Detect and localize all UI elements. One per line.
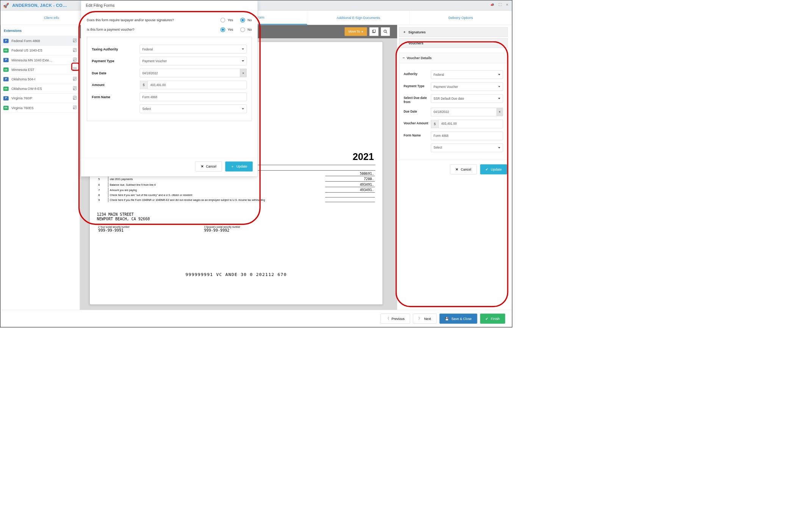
finish-button[interactable]: ✔ Finish: [480, 314, 505, 324]
q1-yes-radio[interactable]: Yes: [221, 18, 233, 23]
m-amount-label: Amount: [92, 83, 139, 87]
sidebar-item[interactable]: POklahoma 504-I: [0, 74, 80, 84]
check-icon: ✔: [485, 168, 488, 171]
es-badge-icon: ES: [3, 67, 9, 72]
rocket-icon: 🚀: [3, 3, 9, 8]
m-clear-date-icon[interactable]: ×: [240, 69, 247, 77]
sidebar-item-label: Minnesota EST: [11, 67, 73, 71]
q1-no-radio[interactable]: No: [240, 18, 252, 23]
edit-icon[interactable]: [73, 39, 77, 43]
svg-rect-7: [73, 106, 77, 109]
sidebar-item[interactable]: ESVirginia 760ES: [0, 103, 80, 113]
edit-icon[interactable]: [73, 96, 77, 100]
m-due-date-input[interactable]: [140, 69, 240, 77]
previous-button[interactable]: 〈 Previous: [380, 314, 410, 324]
edit-icon[interactable]: [73, 105, 77, 110]
svg-rect-1: [73, 48, 77, 52]
sidebar-item[interactable]: PMinnesota MN 1040 Exte…: [0, 55, 80, 65]
sidebar-item-label: Federal Form 4868: [11, 39, 73, 43]
es-badge-icon: ES: [3, 106, 9, 110]
svg-point-10: [384, 30, 386, 32]
payment-type-select[interactable]: Payment Voucher: [431, 82, 503, 91]
edit-icon[interactable]: [73, 58, 77, 62]
svg-rect-2: [73, 58, 77, 61]
related-select[interactable]: Select: [431, 143, 503, 152]
authority-select[interactable]: Federal: [431, 71, 503, 79]
amount-label: Voucher Amount: [404, 119, 431, 125]
sidebar-item-label: Federal US 1040-ES: [11, 49, 73, 52]
svg-rect-4: [73, 77, 77, 80]
minus-icon: －: [403, 41, 406, 45]
check-icon: ✔: [485, 317, 488, 320]
edit-filing-forms-modal: Edit Filing Forms Does this form require…: [81, 0, 258, 176]
next-button[interactable]: 〉 Next: [413, 314, 437, 324]
sidebar-item-label: Oklahoma OW-8-ES: [11, 87, 73, 91]
q2-yes-radio[interactable]: Yes: [221, 27, 233, 32]
vd-cancel-button[interactable]: ✕ Cancel: [450, 164, 477, 174]
save-close-button[interactable]: 💾 Save & Close: [440, 314, 477, 324]
select-due-select[interactable]: SSR Default Due date: [431, 94, 503, 103]
sidebar-item[interactable]: PVirginia 760IP: [0, 94, 80, 103]
client-name: ANDERSON, JACK - CO…: [12, 3, 67, 8]
es-badge-icon: ES: [3, 86, 9, 91]
p-badge-icon: P: [3, 77, 9, 81]
edit-icon[interactable]: [73, 86, 77, 91]
sidebar-item[interactable]: ESOklahoma OW-8-ES: [0, 84, 80, 93]
tab-delivery-options[interactable]: Delivery Options: [410, 11, 512, 25]
m-dollar-icon: $: [140, 81, 148, 89]
svg-rect-9: [373, 30, 375, 32]
es-badge-icon: ES: [3, 48, 9, 52]
due-date-input[interactable]: [431, 108, 496, 116]
p-badge-icon: P: [3, 39, 9, 43]
m-form-name-label: Form Name: [92, 95, 139, 99]
fullscreen-icon[interactable]: ⛶: [499, 3, 502, 6]
m-payment-type-label: Payment Type: [92, 59, 139, 63]
sidebar-item[interactable]: PFederal Form 4868: [0, 36, 80, 45]
due-date-label: Due Date: [404, 108, 431, 114]
svg-rect-6: [73, 96, 77, 100]
m-payment-type-select[interactable]: Payment Voucher: [140, 57, 247, 66]
vd-update-button[interactable]: ✔ Update: [480, 164, 507, 174]
svg-rect-3: [73, 67, 77, 71]
chevron-down-icon: ▾: [361, 30, 363, 33]
q2-no-radio[interactable]: No: [240, 27, 252, 32]
form-name-input[interactable]: [431, 132, 503, 140]
sidebar-item[interactable]: ESFederal US 1040-ES: [0, 46, 80, 55]
voucher-details-header: – Voucher Details: [399, 53, 507, 63]
clear-date-icon[interactable]: ×: [496, 108, 503, 116]
svg-line-11: [386, 32, 387, 33]
svg-rect-0: [73, 39, 77, 42]
tab-additional-esign[interactable]: Additional E-Sign Documents: [307, 11, 410, 25]
form-name-label: Form Name: [404, 132, 431, 138]
p-badge-icon: P: [3, 96, 9, 100]
modal-title: Edit Filing Forms: [81, 1, 258, 11]
taxing-authority-select[interactable]: Federal: [140, 45, 247, 53]
move-to-button[interactable]: Move To ▾: [344, 27, 367, 36]
amount-input[interactable]: [438, 119, 503, 128]
m-related-select[interactable]: Select: [140, 105, 247, 113]
question-signatures: Does this form require taxpayer and/or s…: [87, 18, 221, 22]
search-icon[interactable]: [381, 27, 390, 36]
plus-icon: ＋: [403, 30, 406, 34]
edit-icon[interactable]: [73, 48, 77, 53]
m-amount-input[interactable]: [147, 81, 247, 89]
modal-update-button[interactable]: ＋ Update: [225, 162, 253, 172]
modal-cancel-button[interactable]: ✕ Cancel: [195, 162, 222, 172]
vouchers-accordion[interactable]: － Vouchers: [399, 38, 507, 48]
sidebar-item[interactable]: ESMinnesota EST: [0, 65, 80, 74]
save-icon: 💾: [445, 317, 449, 320]
svg-rect-5: [73, 86, 77, 90]
announce-icon[interactable]: 📣: [490, 3, 494, 6]
edit-icon[interactable]: [73, 67, 77, 72]
close-icon: ✕: [201, 165, 204, 168]
duplicate-icon[interactable]: [369, 27, 379, 36]
chevron-left-icon: 〈: [386, 316, 389, 320]
dollar-icon: $: [431, 119, 438, 128]
authority-label: Authority: [404, 71, 431, 77]
signatures-accordion[interactable]: ＋ Signatures: [399, 27, 507, 37]
edit-icon[interactable]: [73, 77, 77, 82]
taxing-authority-label: Taxing Authority: [92, 47, 139, 51]
sidebar-item-label: Virginia 760ES: [11, 106, 73, 110]
close-icon[interactable]: ✕: [506, 3, 508, 6]
m-form-name-input[interactable]: [140, 93, 247, 101]
